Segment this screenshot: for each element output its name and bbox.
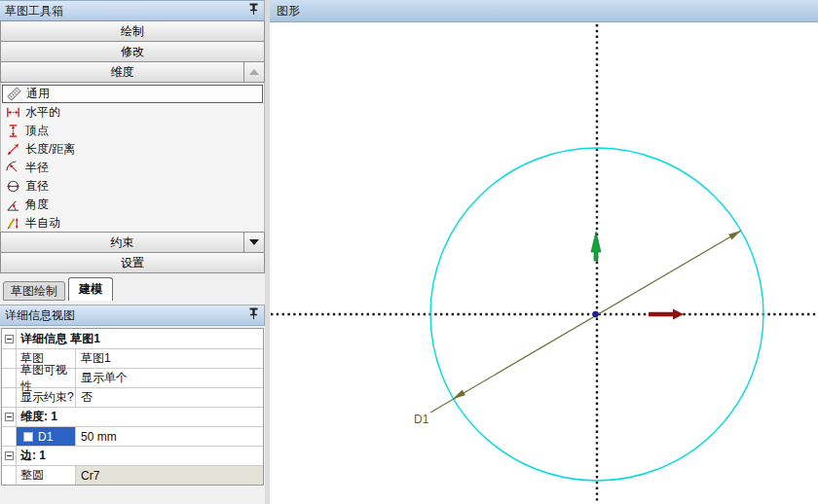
minus-icon [5,451,14,460]
collapse-toggle[interactable] [2,408,17,426]
tool-item-label: 角度 [25,197,49,213]
details-view-title: 详细信息视图 [5,307,75,324]
dimension-label[interactable]: D1 [414,413,429,426]
tool-item-vertical[interactable]: 顶点 [1,122,264,140]
section-header-row: 维度: 1 [2,407,263,426]
tab-sketching[interactable]: 草图绘制 [3,281,65,301]
tool-item-horizontal[interactable]: 水平的 [1,103,264,122]
horizontal-dimension-icon [5,105,20,121]
draw-group-button[interactable]: 绘制 [0,20,265,42]
table-row: 显示约束? 否 [2,387,263,407]
tool-item-semi-automatic[interactable]: 半自动 [1,214,264,233]
origin-point[interactable] [592,311,598,317]
tool-item-label: 半径 [25,160,49,176]
table-row: 草图可视性 显示单个 [2,368,263,387]
property-label: 草图可视性 [17,369,76,387]
collapse-toggle[interactable] [2,447,17,465]
x-axis-arrow [649,309,684,320]
details-table: 详细信息 草图1 草图 草图1 草图可视性 显示单个 显示约束? 否 维度: 1 [1,328,264,486]
diameter-dimension-line[interactable] [430,231,741,413]
graphics-panel: 图形 D1 [270,0,818,504]
length-distance-icon [5,142,20,158]
tool-item-label: 通用 [26,86,50,102]
gutter-cell [2,466,17,485]
dimension-tool-list: 通用 水平的 [0,83,265,233]
dimension-value-field[interactable]: 50 mm [76,427,263,446]
scroll-down-button[interactable] [243,232,265,253]
tool-item-label: 半自动 [25,215,60,232]
section-header-row: 详细信息 草图1 [2,329,263,348]
section-title: 维度: 1 [17,408,263,426]
section-title: 边: 1 [17,447,263,465]
pin-icon[interactable] [248,3,259,18]
property-label: 整圆 [17,466,76,485]
minus-icon [5,413,14,421]
settings-group-button[interactable]: 设置 [0,252,265,273]
d1-reference-checkbox[interactable] [23,432,33,442]
radius-icon [5,161,20,176]
ruler-icon [6,87,21,102]
dimension-arrowhead [453,390,465,399]
tool-item-length-distance[interactable]: 长度/距离 [1,140,264,159]
sketch-toolbox-panel: 草图工具箱 绘制 修改 维度 [0,0,265,504]
table-row: 整圆 Cr7 [2,465,263,485]
constraints-group-button[interactable]: 约束 [0,232,244,253]
property-value[interactable]: 否 [76,388,263,407]
tool-item-radius[interactable]: 半径 [1,159,264,177]
graphics-header: 图形 [270,0,818,22]
modify-group-button[interactable]: 修改 [0,41,265,62]
table-row-selected: D1 50 mm [2,426,263,446]
dimension-name: D1 [38,430,53,444]
gutter-cell [2,349,17,368]
tool-item-label: 直径 [25,178,49,195]
graphics-title: 图形 [277,3,300,19]
vertical-dimension-icon [5,124,20,139]
dimension-arrowhead [728,231,741,239]
section-header-row: 边: 1 [2,446,263,465]
pin-icon[interactable] [248,307,259,323]
designmodeler-window: 草图工具箱 绘制 修改 维度 [0,0,818,504]
tool-item-label: 长度/距离 [25,141,75,158]
sketch-viewport[interactable]: D1 [270,22,818,504]
mode-tab-bar: 草图绘制 建模 [0,273,265,301]
details-view-header: 详细信息视图 [0,305,265,326]
property-value[interactable]: 草图1 [76,349,263,368]
minus-icon [5,335,14,343]
tool-item-label: 水平的 [25,104,60,121]
gutter-cell [2,427,17,446]
collapse-toggle[interactable] [2,329,17,348]
property-value-readonly: Cr7 [76,466,263,485]
section-title: 详细信息 草图1 [17,329,263,348]
tool-item-general[interactable]: 通用 [2,85,263,103]
scroll-up-button[interactable] [243,61,265,83]
gutter-cell [2,388,17,407]
tab-modeling[interactable]: 建模 [68,277,113,301]
triangle-down-icon [249,239,259,245]
y-axis-arrow [591,232,601,261]
property-label: 显示约束? [17,388,76,407]
toolbox-title: 草图工具箱 [5,3,63,19]
angle-icon [5,198,20,213]
tool-item-label: 顶点 [25,123,49,139]
semi-automatic-icon [5,216,20,232]
property-value[interactable]: 显示单个 [76,369,263,387]
toolbox-header: 草图工具箱 [0,0,265,21]
gutter-cell [2,369,17,387]
tool-item-diameter[interactable]: 直径 [1,177,264,196]
dimensions-group-button[interactable]: 维度 [0,61,244,83]
diameter-icon [5,179,20,195]
tool-item-angle[interactable]: 角度 [1,196,264,214]
graphics-canvas[interactable]: D1 [270,22,818,504]
triangle-up-icon [249,69,259,75]
dimension-d1-cell[interactable]: D1 [17,427,76,446]
